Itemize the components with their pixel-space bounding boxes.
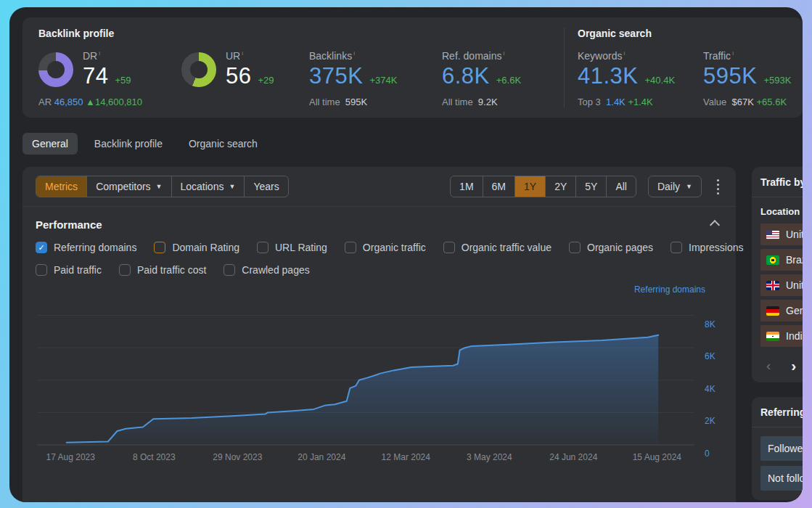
traffic-label: Traffic (703, 50, 731, 62)
years-button[interactable]: Years (244, 176, 287, 197)
br-flag-icon (766, 255, 779, 265)
svg-text:6K: 6K (705, 351, 715, 361)
pager-prev-button[interactable]: ‹ (766, 359, 771, 372)
svg-text:8K: 8K (705, 319, 715, 329)
referring-domains-chart[interactable]: 8K6K4K2K017 Aug 20238 Oct 202329 Nov 202… (36, 296, 723, 473)
checkbox-crawled-pages[interactable]: Crawled pages (223, 264, 309, 276)
location-name: Brazil (786, 254, 803, 266)
tab-backlink-profile[interactable]: Backlink profile (85, 133, 172, 155)
chart-toolbar: MetricsCompetitors▼Locations▼Years 1M6M1… (36, 176, 723, 197)
location-row-gb[interactable]: United Kingdom (760, 274, 803, 296)
traffic-by-location-title: Traffic by location (760, 176, 803, 188)
location-name: United States (786, 229, 803, 240)
range-2y-button[interactable]: 2Y (545, 176, 575, 197)
checkbox-url-rating[interactable]: URL Rating (257, 242, 327, 253)
ref-domains-value[interactable]: 6.8K (442, 63, 490, 89)
unchecked-checkbox-icon[interactable] (670, 242, 682, 253)
info-icon[interactable]: i (732, 50, 734, 57)
location-name: Germany (786, 305, 803, 316)
traffic-delta: +593K (763, 75, 791, 86)
checkbox-paid-traffic-cost[interactable]: Paid traffic cost (119, 264, 206, 276)
ar-row: AR 46,850 ▲14,600,810 (38, 97, 181, 107)
ar-label: AR (38, 97, 52, 107)
unchecked-checkbox-icon[interactable] (257, 242, 268, 253)
keywords-label: Keywords (578, 50, 622, 62)
card-divider (752, 197, 803, 197)
unchecked-checkbox-icon[interactable] (443, 242, 455, 253)
us-flag-icon (766, 230, 779, 239)
location-row-in[interactable]: India (760, 325, 803, 347)
locations-button[interactable]: Locations▼ (171, 176, 245, 197)
legend-referring-domains[interactable]: Referring domains (634, 284, 705, 295)
chevron-down-icon: ▼ (229, 184, 235, 190)
checkbox-impressions[interactable]: Impressions (670, 242, 743, 253)
checkbox-paid-traffic[interactable]: Paid traffic (36, 264, 102, 276)
backlinks-value[interactable]: 375K (309, 63, 363, 89)
date-range-group: 1M6M1Y2Y5YAll (450, 176, 636, 197)
info-icon[interactable]: i (99, 50, 100, 57)
metric-domain-rating: DRi 74+59 AR 46,850 ▲14,600,810 (38, 51, 181, 107)
location-row-br[interactable]: Brazil (760, 249, 803, 271)
checkbox-organic-traffic-value[interactable]: Organic traffic value (443, 242, 551, 253)
ur-value: 56 (226, 63, 251, 89)
traffic-value[interactable]: 595K (703, 63, 757, 89)
backlinks-alltime-value: 595K (345, 97, 367, 107)
pager-next-button[interactable]: › (791, 358, 796, 373)
range-all-button[interactable]: All (606, 176, 636, 197)
tab-general[interactable]: General (22, 133, 78, 155)
unchecked-checkbox-icon[interactable] (119, 264, 131, 276)
unchecked-checkbox-icon[interactable] (223, 264, 235, 276)
svg-text:4K: 4K (705, 384, 715, 394)
unchecked-checkbox-icon[interactable] (569, 242, 581, 253)
metric-checkbox-row-2: Paid trafficPaid traffic costCrawled pag… (36, 264, 723, 276)
granularity-dropdown[interactable]: Daily▼ (648, 176, 702, 197)
more-options-button[interactable] (713, 178, 723, 196)
card-divider (752, 427, 803, 427)
checkbox-label: Referring domains (54, 242, 136, 253)
location-column-header[interactable]: Location (760, 206, 803, 217)
range-6m-button[interactable]: 6M (483, 176, 514, 197)
metric-ref-domains: Ref. domainsi 6.8K+6.6K All time 9.2K (442, 51, 564, 107)
unchecked-checkbox-icon[interactable] (36, 264, 47, 276)
metric-traffic: Traffici 595K+593K Value $67K +65.6K (703, 51, 803, 107)
backlink-profile-title: Backlink profile (38, 28, 564, 39)
competitors-button[interactable]: Competitors▼ (86, 176, 171, 197)
info-icon[interactable]: i (503, 50, 504, 57)
unchecked-checkbox-icon[interactable] (345, 242, 356, 253)
organic-search-section: Organic search Keywordsi 41.3K+40.4K Top… (564, 28, 803, 107)
top3-delta: +1.4K (628, 97, 652, 107)
range-1m-button[interactable]: 1M (451, 176, 482, 197)
info-icon[interactable]: i (242, 50, 243, 57)
checkbox-organic-traffic[interactable]: Organic traffic (345, 242, 426, 253)
location-row-de[interactable]: Germany (760, 300, 803, 321)
ur-donut-gauge (181, 52, 216, 87)
metric-backlinks: Backlinksi 375K+374K All time 595K (309, 51, 442, 107)
info-icon[interactable]: i (353, 50, 355, 57)
checkbox-label: Crawled pages (242, 264, 309, 276)
info-icon[interactable]: i (623, 50, 625, 57)
range-1y-button[interactable]: 1Y (514, 176, 545, 197)
ur-label: UR (226, 50, 240, 62)
app-window: Backlink profile DRi 74+59 AR 46,850 ▲14… (9, 7, 803, 502)
link-type-row-not-followed[interactable]: Not followed (760, 466, 803, 491)
link-type-row-followed[interactable]: Followed (760, 436, 803, 461)
metric-checkbox-row-1: ✓Referring domainsDomain RatingURL Ratin… (36, 242, 723, 253)
unchecked-checkbox-icon[interactable] (154, 242, 165, 253)
tab-organic-search[interactable]: Organic search (179, 133, 267, 155)
location-row-us[interactable]: United States (760, 224, 803, 245)
checkbox-referring-domains[interactable]: ✓Referring domains (36, 242, 136, 253)
view-tabbar: GeneralBacklink profileOrganic search (22, 133, 803, 155)
keywords-value[interactable]: 41.3K (578, 63, 639, 89)
metrics-button[interactable]: Metrics (36, 176, 86, 197)
checkbox-organic-pages[interactable]: Organic pages (569, 242, 653, 253)
checkbox-label: Organic traffic (363, 242, 426, 253)
checked-checkbox-icon[interactable]: ✓ (36, 242, 47, 253)
checkbox-label: URL Rating (275, 242, 327, 253)
range-5y-button[interactable]: 5Y (575, 176, 606, 197)
chart-legend: Referring domains (36, 284, 723, 295)
collapse-chevron-up-icon[interactable] (710, 219, 720, 229)
dr-donut-gauge (38, 52, 73, 87)
svg-text:12 Mar 2024: 12 Mar 2024 (382, 452, 431, 462)
location-name: United Kingdom (786, 279, 803, 291)
checkbox-domain-rating[interactable]: Domain Rating (154, 242, 239, 253)
